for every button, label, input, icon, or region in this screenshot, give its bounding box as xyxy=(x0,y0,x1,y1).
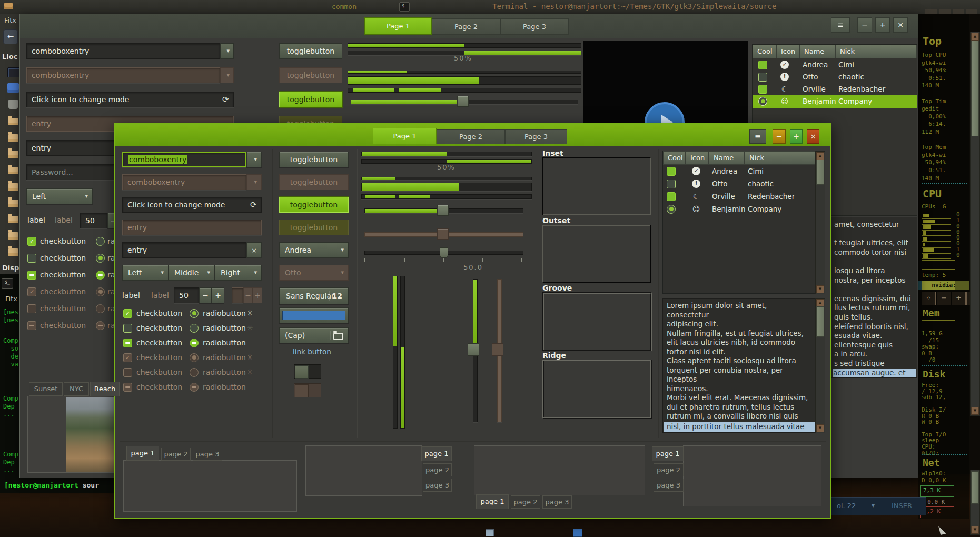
panel-folder-icon[interactable] xyxy=(4,3,13,9)
comboboxentry[interactable]: comboboxentry xyxy=(122,152,246,167)
tree-name[interactable]: Orville xyxy=(712,191,735,203)
bg-tab-page2[interactable]: Page 2 xyxy=(432,18,500,35)
entry-clear-button[interactable]: × xyxy=(246,242,262,258)
place-folder-icon[interactable] xyxy=(8,118,18,125)
place-folder-icon[interactable] xyxy=(8,248,18,256)
name-combobox[interactable]: Andrea▾ xyxy=(279,242,349,258)
notebook-a-tab-3[interactable]: page 3 xyxy=(193,448,222,461)
fg-tab-page1[interactable]: Page 1 xyxy=(373,128,437,144)
fg-tab-page3[interactable]: Page 3 xyxy=(505,129,567,144)
tree-header-name[interactable]: Name xyxy=(709,151,745,165)
place-home-icon[interactable] xyxy=(7,83,19,93)
bg-tab-sunset[interactable]: Sunset xyxy=(29,382,63,396)
hscale-handle[interactable] xyxy=(437,205,449,216)
tree-name[interactable]: Otto xyxy=(712,178,727,190)
taskbar-icon-2[interactable] xyxy=(573,529,582,537)
place-folder-icon[interactable] xyxy=(8,200,18,207)
checkbutton-indeterminate[interactable] xyxy=(123,339,132,347)
tree-check[interactable] xyxy=(667,192,676,201)
workspace-label[interactable]: common xyxy=(332,3,357,11)
tree-check[interactable] xyxy=(667,180,676,188)
taskbar-icon-1[interactable] xyxy=(486,529,494,536)
place-computer-icon[interactable] xyxy=(7,67,20,77)
notebook-c-tab-1[interactable]: page 1 xyxy=(476,494,509,509)
tree-name[interactable]: Benjamin xyxy=(803,95,836,107)
notebook-a-tab-2[interactable]: page 2 xyxy=(161,448,191,461)
spin-minus-button[interactable]: − xyxy=(199,287,212,303)
scroll-up-button[interactable]: ▲ xyxy=(816,152,824,160)
nvidia-titlebar[interactable]: nvidia: xyxy=(918,281,969,290)
spinbutton[interactable]: 50 xyxy=(174,287,199,303)
togglebutton-active[interactable]: togglebutton xyxy=(279,197,349,213)
terminal-window-icon[interactable]: $_ xyxy=(2,278,13,289)
combo-right[interactable]: Right▾ xyxy=(215,265,262,281)
tree-check[interactable] xyxy=(758,73,767,82)
scroll-down-button[interactable]: ▼ xyxy=(971,407,979,415)
tree-nick[interactable]: Redenbacher xyxy=(748,191,795,203)
combo-middle[interactable]: Middle▾ xyxy=(169,265,215,281)
textview-scrollbar[interactable]: ▲ ▼ xyxy=(815,298,825,433)
scroll-up-button[interactable]: ▲ xyxy=(971,33,979,41)
fg-close-button[interactable]: × xyxy=(807,129,819,144)
tree-radio[interactable] xyxy=(667,205,676,214)
hscale-marks-handle[interactable] xyxy=(440,247,448,258)
tree-nick[interactable]: chaotic xyxy=(748,178,774,190)
fg-tab-page2[interactable]: Page 2 xyxy=(437,129,505,144)
nvidia-dots-button[interactable]: ⁘ xyxy=(922,292,936,305)
fg-maximize-button[interactable]: + xyxy=(790,129,803,144)
bg-minimize-button[interactable]: − xyxy=(857,17,872,33)
place-folder-icon[interactable] xyxy=(8,151,18,158)
notebook-d-tab-1[interactable]: page 1 xyxy=(652,446,684,461)
notebook-c-tab-3[interactable]: page 3 xyxy=(542,495,572,509)
scroll-down-button[interactable]: ▼ xyxy=(816,424,824,432)
tree-radio[interactable] xyxy=(758,97,767,106)
scrollbar-thumb[interactable] xyxy=(816,160,824,185)
bg-radiobutton-indeterminate[interactable] xyxy=(96,271,105,280)
bg-tree-header-name[interactable]: Name xyxy=(799,45,835,58)
panel-terminal-icon[interactable]: $_ xyxy=(399,2,410,12)
radiobutton-off[interactable] xyxy=(190,324,199,333)
bg-tree-header-nick[interactable]: Nick xyxy=(835,45,917,58)
bg-combo-dropdown[interactable]: ▾ xyxy=(220,43,234,59)
bg-radiobutton-on[interactable] xyxy=(96,254,105,263)
tree-nick[interactable]: chaotic xyxy=(838,71,864,83)
bg-togglebutton-active[interactable]: togglebutton xyxy=(279,92,342,107)
tree-header-icon[interactable]: Icon xyxy=(686,151,709,165)
tree-nick[interactable]: Cimi xyxy=(838,59,854,71)
fg-minimize-button[interactable]: − xyxy=(773,129,786,144)
bg-spinbutton[interactable]: 50 xyxy=(80,213,107,228)
tree-name[interactable]: Orville xyxy=(803,83,826,95)
place-folder-icon[interactable] xyxy=(8,216,18,223)
play-button[interactable] xyxy=(645,102,685,125)
notebook-d-tab-3[interactable]: page 3 xyxy=(654,479,684,492)
bg-comboboxentry[interactable]: comboboxentry xyxy=(26,43,220,59)
bg-radiobutton-off[interactable] xyxy=(96,237,105,246)
bg-checkbutton-checked[interactable]: ✓ xyxy=(27,237,36,246)
place-folder-icon[interactable] xyxy=(8,134,18,142)
bg-checkbutton-unchecked[interactable] xyxy=(27,254,36,263)
tree-nick[interactable]: Company xyxy=(838,95,872,107)
color-button[interactable] xyxy=(279,307,349,323)
notebook-c-tab-2[interactable]: page 2 xyxy=(511,495,540,509)
scrollbar-thumb[interactable] xyxy=(971,471,979,504)
bg-tab-page3[interactable]: Page 3 xyxy=(500,18,569,35)
tree-check[interactable] xyxy=(758,85,767,94)
link-button[interactable]: link button xyxy=(293,347,331,356)
scrollbar-thumb[interactable] xyxy=(816,306,824,337)
bg-checkbutton-indeterminate[interactable] xyxy=(27,271,36,280)
bg-tree-header-cool[interactable]: Cool xyxy=(753,45,776,58)
notebook-d-tab-2[interactable]: page 2 xyxy=(654,463,684,476)
bg-togglebutton[interactable]: togglebutton xyxy=(279,43,342,59)
tree-name[interactable]: Andrea xyxy=(803,59,828,71)
bg-maximize-button[interactable]: + xyxy=(875,17,890,33)
font-button[interactable]: Sans Regular 12 xyxy=(279,287,349,304)
vscale-handle[interactable] xyxy=(468,343,479,356)
entry[interactable]: entry xyxy=(122,242,246,258)
tree-header-cool[interactable]: Cool xyxy=(663,151,686,165)
terminal-menu[interactable]: Fitx xyxy=(5,295,17,303)
radiobutton-on[interactable] xyxy=(190,309,199,318)
combo-left[interactable]: Left▾ xyxy=(122,265,169,281)
back-button[interactable]: ← xyxy=(3,29,18,44)
place-folder-icon[interactable] xyxy=(8,232,18,240)
nvidia-maximize-button[interactable]: + xyxy=(952,292,966,305)
